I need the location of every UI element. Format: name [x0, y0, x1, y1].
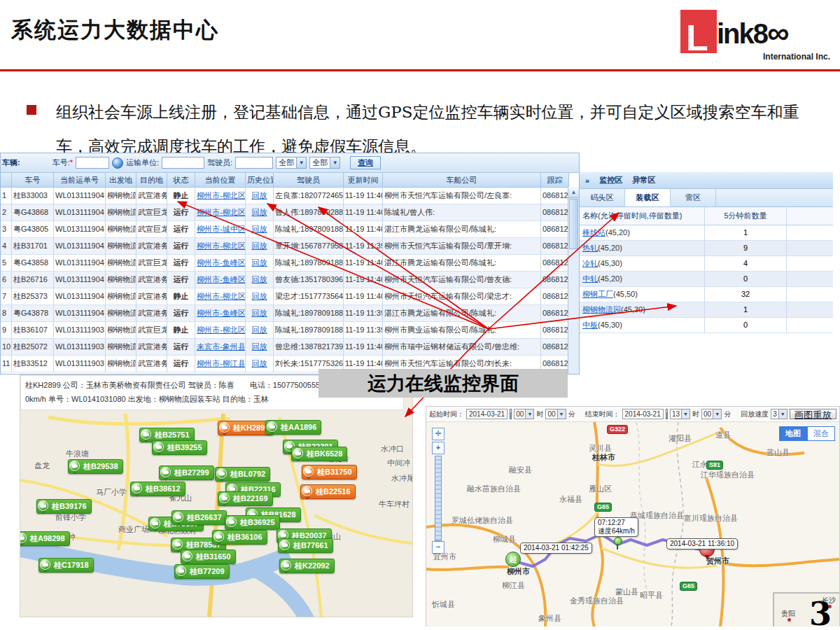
map-type-map-button[interactable]: 地图 — [779, 426, 807, 441]
replay-link[interactable]: 回放 — [246, 221, 274, 238]
replay-link[interactable]: 回放 — [252, 342, 267, 351]
replay-link[interactable]: 回放 — [252, 258, 267, 267]
end-minute-select[interactable]: 00▼ — [701, 409, 722, 419]
location-link[interactable]: 柳州市-城中区 — [195, 221, 246, 238]
vehicle-table-scrollbar[interactable]: ▲ — [568, 187, 579, 374]
location-link[interactable]: 柳州市-柳北区 — [195, 204, 246, 221]
location-link[interactable]: 柳州市-柳北区 — [195, 288, 246, 305]
tab-monitor-zone[interactable]: 监控区 — [599, 175, 622, 186]
route-midpoint-marker[interactable] — [614, 537, 622, 545]
start-date-input[interactable]: 2014-03-21 — [466, 409, 507, 419]
search-button[interactable]: 查询 — [350, 156, 381, 169]
location-link[interactable]: 柳州市-柳北区 — [197, 208, 246, 216]
replay-link[interactable]: 回放 — [246, 356, 274, 372]
route-start-marker[interactable]: 起 — [505, 552, 521, 567]
location-link[interactable]: 柳州市-鱼峰区 — [197, 258, 246, 267]
replay-link[interactable]: 回放 — [252, 241, 267, 250]
location-link[interactable]: 柳州市-柳北区 — [195, 322, 246, 339]
location-link[interactable]: 柳州市-鱼峰区 — [197, 309, 246, 317]
vehicle-marker[interactable]: 桂B31750 — [302, 465, 357, 479]
location-link[interactable]: 柳州市-鱼峰区 — [195, 255, 246, 272]
subtab-装载区[interactable]: 装载区 — [625, 189, 671, 206]
vehicle-marker[interactable]: 桂B36925 — [225, 515, 280, 530]
zone-link[interactable]: 柳钢物流园 — [582, 305, 621, 314]
scrollbar-thumb[interactable] — [569, 199, 578, 249]
subtab-雷区[interactable]: 雷区 — [671, 189, 716, 206]
plate-input[interactable] — [76, 157, 109, 169]
location-link[interactable]: 柳州市-柳江县 — [197, 359, 246, 368]
start-hour-select[interactable]: 00▼ — [514, 409, 534, 419]
start-minute-select[interactable]: 00▼ — [545, 409, 566, 419]
location-link[interactable]: 柳州市-鱼峰区 — [195, 305, 246, 322]
pan-icon[interactable]: ✛ — [432, 428, 444, 440]
zone-link[interactable]: 柳钢工厂 — [582, 290, 613, 298]
vehicle-marker[interactable]: 桂B39255 — [152, 440, 207, 455]
vehicle-marker[interactable]: 桂B77209 — [174, 564, 230, 579]
replay-link[interactable]: 回放 — [252, 208, 267, 216]
expander-icon[interactable]: » — [585, 176, 589, 185]
vehicle-marker[interactable]: 桂AA1896 — [265, 420, 321, 435]
replay-link[interactable]: 回放 — [246, 322, 274, 339]
location-link[interactable]: 柳州市-柳北区 — [197, 292, 246, 300]
status-filter-select[interactable]: 全部▼ — [276, 157, 307, 169]
vehicle-marker[interactable]: 桂B22169 — [218, 491, 273, 506]
vehicle-marker[interactable]: 桂B38612 — [130, 482, 186, 496]
chevron-down-icon[interactable]: ▼ — [557, 410, 566, 419]
vehicle-marker[interactable]: 桂K22092 — [279, 559, 335, 573]
chevron-down-icon[interactable]: ▼ — [681, 410, 690, 419]
replay-link[interactable]: 回放 — [246, 339, 274, 356]
chevron-down-icon[interactable]: ▼ — [713, 410, 721, 419]
replay-link[interactable]: 回放 — [252, 292, 267, 300]
location-link[interactable]: 柳州市-城中区 — [197, 225, 246, 233]
chevron-down-icon[interactable]: ▼ — [330, 158, 340, 168]
chevron-down-icon[interactable]: ▼ — [525, 410, 533, 419]
vehicle-marker[interactable]: 桂B77661 — [278, 538, 333, 553]
location-link[interactable]: 柳州市-柳北区 — [197, 326, 246, 334]
zone-link[interactable]: 冷轧 — [582, 259, 598, 267]
vehicle-marker[interactable]: 桂B26637 — [172, 510, 227, 525]
vehicle-marker[interactable]: 桂B36106 — [212, 530, 267, 545]
search-icon[interactable] — [112, 158, 123, 169]
chevron-down-icon[interactable]: ▼ — [778, 410, 787, 419]
replay-link[interactable]: 回放 — [252, 359, 267, 368]
end-date-input[interactable]: 2014-03-21 — [622, 409, 664, 419]
replay-link[interactable]: 回放 — [252, 326, 267, 334]
zone-link[interactable]: 棒线站 — [582, 228, 606, 237]
vehicle-marker[interactable]: 桂BK6528 — [291, 447, 347, 461]
location-link[interactable]: 柳州市-柳北区 — [197, 191, 246, 200]
replay-link[interactable]: 回放 — [246, 272, 274, 288]
vehicle-marker[interactable]: 桂C17918 — [38, 558, 94, 573]
replay-link[interactable]: 回放 — [246, 204, 274, 221]
speed-select[interactable]: 3▼ — [771, 409, 788, 419]
driver-input[interactable] — [235, 157, 273, 169]
zoom-out-icon[interactable]: − — [432, 541, 444, 554]
vehicle-marker[interactable]: 桂B22516 — [300, 484, 356, 499]
location-link[interactable]: 柳州市-柳北区 — [195, 188, 246, 204]
zone-link[interactable]: 中板 — [582, 321, 598, 329]
zone-link[interactable]: 中轧 — [582, 274, 598, 283]
fleet-map[interactable]: 牛浪塘盘龙马厂小学白露乡前锋小学雀儿山红花岭蝮蛇岭上茅洲水冲口中间冲水冲尾牛车坪… — [20, 374, 413, 617]
replay-link[interactable]: 回放 — [246, 238, 274, 255]
calendar-icon[interactable] — [666, 409, 668, 419]
vehicle-marker[interactable]: 桂B29538 — [68, 459, 123, 474]
replay-button[interactable]: 画图重放 — [790, 409, 836, 419]
replay-link[interactable]: 回放 — [252, 309, 267, 317]
location-link[interactable]: 来宾市-象州县 — [197, 342, 246, 351]
vehicle-marker[interactable]: 桂B31650 — [181, 550, 236, 564]
location-link[interactable]: 来宾市-象州县 — [195, 339, 246, 356]
chevron-down-icon[interactable]: ▼ — [296, 158, 306, 168]
replay-link[interactable]: 回放 — [252, 275, 267, 284]
end-hour-select[interactable]: 13▼ — [670, 409, 690, 419]
replay-link[interactable]: 回放 — [246, 255, 274, 272]
vehicle-marker[interactable]: 桂A98298 — [20, 531, 70, 546]
type-filter-select[interactable]: 全部▼ — [309, 157, 340, 169]
vehicle-marker[interactable]: 桂BL0792 — [215, 467, 270, 482]
map-zoom-control[interactable]: ✛ + − — [432, 428, 446, 555]
zone-link[interactable]: 热轧 — [582, 244, 598, 252]
location-link[interactable]: 柳州市-柳江县 — [195, 356, 246, 372]
replay-link[interactable]: 回放 — [246, 188, 274, 204]
location-link[interactable]: 柳州市-鱼峰区 — [197, 275, 246, 284]
scroll-up-icon[interactable]: ▲ — [568, 187, 579, 198]
calendar-icon[interactable] — [510, 409, 512, 419]
replay-link[interactable]: 回放 — [246, 288, 274, 305]
